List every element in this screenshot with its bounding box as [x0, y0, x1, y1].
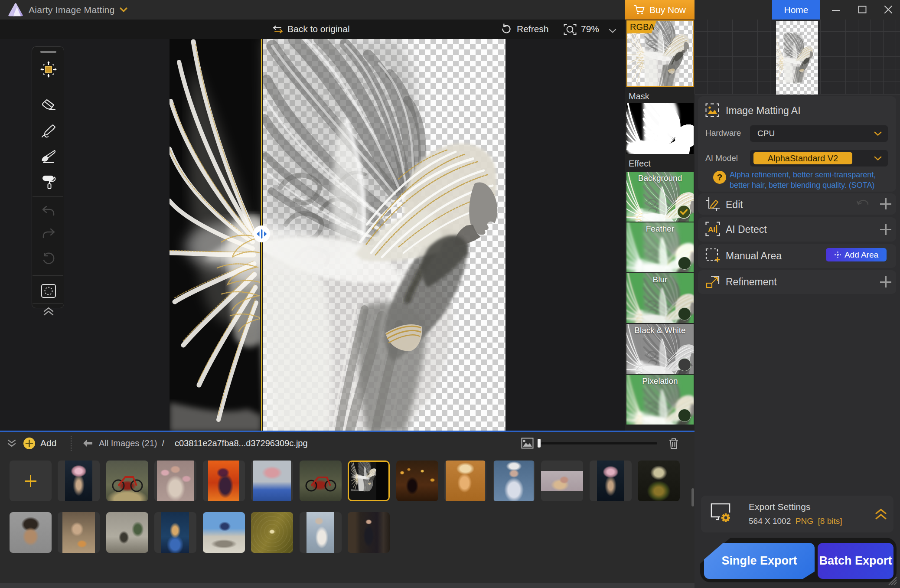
svg-text:AI: AI — [708, 225, 715, 234]
